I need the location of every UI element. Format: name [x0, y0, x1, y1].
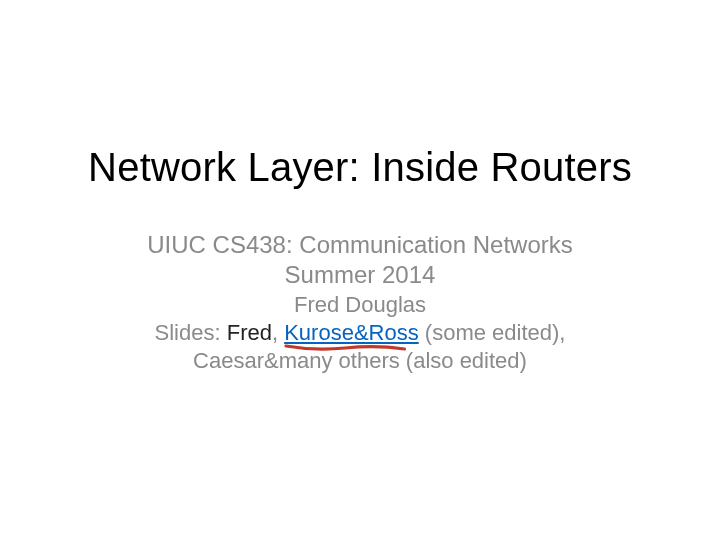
slides-line: Slides: Fred, Kurose&Ross (some edited), — [147, 319, 572, 347]
kurose-ross-text: Kurose&Ross — [284, 320, 419, 345]
others-line: Caesar&many others (also edited) — [147, 347, 572, 375]
slide-title: Network Layer: Inside Routers — [88, 145, 632, 190]
slide-container: Network Layer: Inside Routers UIUC CS438… — [0, 145, 720, 376]
term-line: Summer 2014 — [147, 260, 572, 291]
fred-label: Fred — [227, 320, 272, 345]
kurose-ross-link[interactable]: Kurose&Ross — [284, 319, 419, 347]
course-line: UIUC CS438: Communication Networks — [147, 230, 572, 261]
subtitle-block: UIUC CS438: Communication Networks Summe… — [147, 230, 572, 376]
after-kurose: (some edited), — [419, 320, 566, 345]
author-line: Fred Douglas — [147, 291, 572, 319]
comma-sep: , — [272, 320, 284, 345]
slides-prefix: Slides: — [155, 320, 227, 345]
